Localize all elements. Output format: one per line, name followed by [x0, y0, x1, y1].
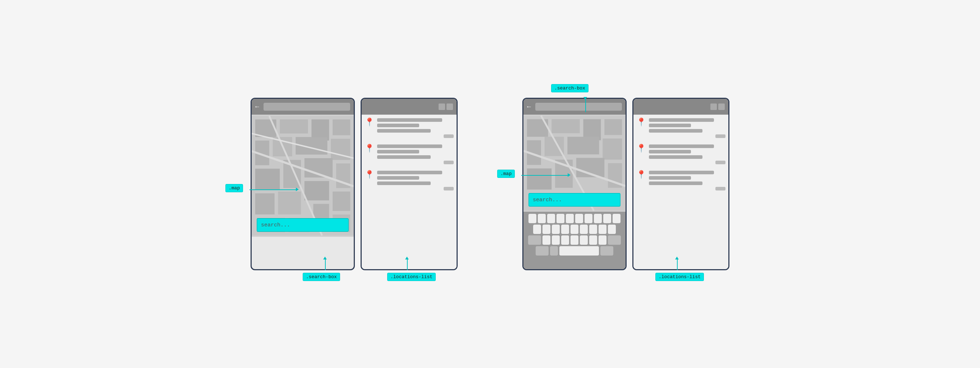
top-bar-icon-2 — [447, 103, 453, 110]
key-f[interactable] — [561, 225, 569, 234]
list-line-4c — [649, 129, 702, 133]
list-item-lines-5 — [649, 144, 725, 164]
key-c[interactable] — [561, 235, 569, 245]
key-g[interactable] — [571, 225, 578, 234]
key-j[interactable] — [589, 225, 597, 234]
list-line-6c — [649, 181, 702, 185]
search-placeholder-1: search... — [261, 222, 290, 228]
key-k[interactable] — [598, 225, 606, 234]
top-bar-right-2 — [633, 99, 729, 115]
top-bar-icon-3 — [710, 103, 717, 110]
annotation-map-1: .map — [225, 184, 243, 192]
key-z[interactable] — [542, 235, 550, 245]
key-i[interactable] — [594, 214, 602, 223]
key-backspace[interactable] — [608, 235, 621, 245]
list-line-6b — [649, 176, 691, 180]
top-bar-icons-2 — [710, 103, 725, 110]
svg-rect-16 — [332, 192, 350, 211]
svg-rect-15 — [304, 181, 329, 200]
main-container: .map .search-box .locations-list ← — [251, 98, 729, 270]
key-u[interactable] — [585, 214, 592, 223]
list-line-1b — [377, 124, 419, 127]
left-phone-2: ← — [522, 98, 627, 270]
key-numbers[interactable] — [536, 246, 549, 255]
key-w[interactable] — [538, 214, 546, 223]
key-s[interactable] — [542, 225, 550, 234]
key-b[interactable] — [580, 235, 588, 245]
top-bar-title-1 — [264, 103, 350, 111]
locations-list-2: 📍 📍 — [633, 115, 729, 270]
key-emoji[interactable] — [550, 246, 558, 255]
key-p[interactable] — [612, 214, 620, 223]
key-e[interactable] — [547, 214, 555, 223]
search-box-1[interactable]: search... — [257, 218, 349, 232]
left-phone-1: ← — [251, 98, 355, 270]
list-line-6a — [649, 171, 714, 174]
annotation-searchbox-2: .search-box — [551, 84, 589, 92]
list-line-2b — [377, 150, 419, 154]
svg-rect-28 — [605, 119, 622, 135]
list-line-3c — [377, 181, 431, 185]
list-tag-4 — [715, 135, 725, 138]
search-box-2[interactable]: search... — [528, 193, 620, 207]
key-n[interactable] — [589, 235, 597, 245]
svg-rect-32 — [603, 138, 622, 160]
list-item-lines-4 — [649, 118, 725, 138]
diagram-1: .map .search-box .locations-list ← — [251, 98, 458, 270]
key-h[interactable] — [580, 225, 588, 234]
pin-icon-5: 📍 — [636, 145, 646, 153]
key-y[interactable] — [575, 214, 583, 223]
key-t[interactable] — [566, 214, 574, 223]
search-input-2[interactable]: search... — [528, 193, 620, 207]
right-phone-1: 📍 📍 — [361, 98, 458, 270]
list-item-5: 📍 — [636, 144, 725, 164]
key-a[interactable] — [533, 225, 541, 234]
key-m[interactable] — [598, 235, 606, 245]
svg-rect-2 — [280, 119, 308, 133]
svg-rect-26 — [552, 119, 579, 133]
key-v[interactable] — [571, 235, 578, 245]
list-line-5c — [649, 155, 702, 159]
pin-icon-4: 📍 — [636, 119, 646, 127]
map-area-1: search... — [251, 115, 354, 237]
list-line-1a — [377, 118, 442, 122]
key-shift[interactable] — [528, 235, 541, 245]
diagram-2: .map .search-box .locations-list ← — [522, 98, 729, 270]
list-line-5b — [649, 150, 691, 154]
list-item-3: 📍 — [364, 171, 454, 190]
pin-icon-1: 📍 — [364, 119, 374, 127]
keyboard-area-2 — [523, 212, 625, 270]
key-l[interactable] — [608, 225, 616, 234]
kb-row-2 — [525, 225, 624, 234]
key-space[interactable] — [559, 246, 599, 255]
list-tag-2 — [444, 161, 454, 164]
search-input-1[interactable]: search... — [257, 218, 349, 232]
phones-row-1: ← — [251, 98, 458, 270]
list-line-4a — [649, 118, 714, 122]
key-d[interactable] — [552, 225, 560, 234]
top-bar-left-2: ← — [523, 99, 625, 115]
kb-row-4 — [525, 246, 624, 255]
list-line-5a — [649, 144, 714, 148]
key-q[interactable] — [528, 214, 536, 223]
svg-rect-9 — [255, 168, 280, 190]
list-tag-6 — [715, 187, 725, 190]
svg-rect-1 — [255, 119, 277, 137]
annotation-locations-1: .locations-list — [387, 273, 436, 281]
list-item-6: 📍 — [636, 171, 725, 190]
top-bar-right-1 — [362, 99, 457, 115]
top-bar-icons-1 — [439, 103, 453, 110]
list-item-1: 📍 — [364, 118, 454, 138]
list-item-2: 📍 — [364, 144, 454, 164]
search-placeholder-2: search... — [533, 197, 562, 203]
key-x[interactable] — [552, 235, 560, 245]
list-tag-5 — [715, 161, 725, 164]
back-arrow-2: ← — [527, 103, 531, 110]
list-line-3b — [377, 176, 419, 180]
list-item-4: 📍 — [636, 118, 725, 138]
key-r[interactable] — [557, 214, 565, 223]
key-o[interactable] — [603, 214, 611, 223]
svg-rect-4 — [332, 119, 350, 135]
pin-icon-6: 📍 — [636, 171, 646, 179]
key-return[interactable] — [600, 246, 613, 255]
